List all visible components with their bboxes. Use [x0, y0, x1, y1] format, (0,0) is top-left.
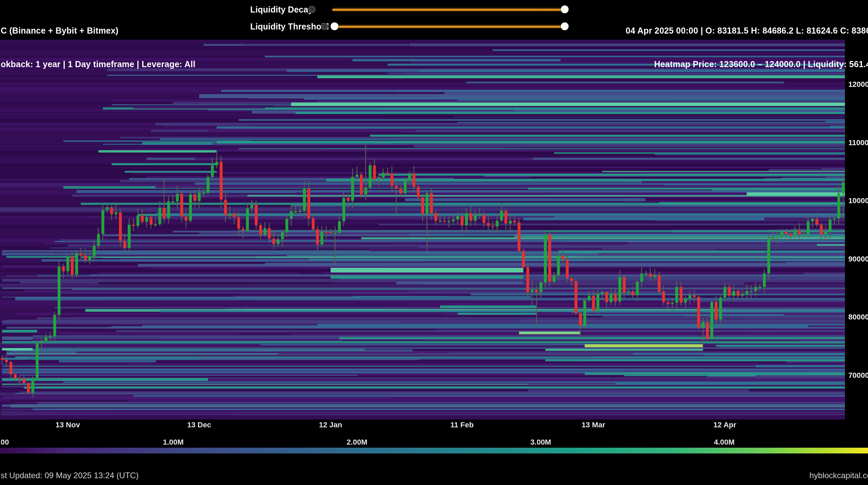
last-updated-label: st Updated: 09 May 2025 13:24 (UTC): [1, 471, 139, 480]
liquidity-threshold-label: Liquidity Threshold: [250, 22, 329, 32]
colorbar-tick-label: 2.00M: [347, 438, 367, 447]
price-axis-label: 120000: [848, 80, 868, 89]
lookback-settings-label: okback: 1 year | 1 Day timeframe | Lever…: [1, 59, 195, 70]
liquidity-decay-label: Liquidity Decay: [250, 5, 313, 15]
chart-info-header: C (Binance + Bybit + Bitmex) okback: 1 y…: [1, 3, 195, 81]
liquidity-decay-info-icon[interactable]: ?: [308, 6, 316, 13]
liquidity-threshold-max-handle[interactable]: [561, 22, 569, 30]
date-axis-label: 13 Dec: [187, 421, 211, 429]
colorbar-tick-label: 3.00M: [530, 438, 551, 447]
liquidity-colorbar: [0, 448, 868, 453]
date-axis-label: 13 Mar: [581, 421, 605, 429]
ohlc-line: 04 Apr 2025 00:00 | O: 83181.5 H: 84686.…: [626, 25, 868, 36]
date-axis-label: 11 Feb: [450, 421, 473, 429]
liquidation-heatmap-app: { "header": { "left_line1": "C (Binance …: [0, 0, 868, 485]
price-axis-label: 70000: [848, 371, 868, 380]
date-axis-label: 12 Apr: [713, 421, 736, 429]
colorbar-tick-label: 0.00: [0, 438, 9, 447]
price-axis-label: 80000: [848, 313, 868, 322]
liquidity-decay-handle[interactable]: [561, 5, 569, 13]
ohlc-readout: 04 Apr 2025 00:00 | O: 83181.5 H: 84686.…: [626, 3, 868, 81]
brand-watermark: hyblockcapital.co: [809, 471, 868, 480]
date-axis-label: 13 Nov: [56, 421, 80, 429]
heatmap-price-line: Heatmap Price: 123600.0 – 124000.0 | Liq…: [626, 59, 868, 70]
liquidity-threshold-slider[interactable]: [332, 25, 565, 28]
colorbar-tick-label: 1.00M: [163, 438, 183, 447]
date-axis-label: 12 Jan: [319, 421, 342, 429]
price-axis-label: 90000: [848, 255, 868, 264]
colorbar-tick-label: 4.00M: [714, 438, 734, 447]
symbol-exchanges-label: C (Binance + Bybit + Bitmex): [1, 25, 195, 36]
price-axis-label: 100000: [848, 196, 868, 205]
price-axis-label: 110000: [848, 138, 868, 147]
liquidity-threshold-info-icon[interactable]: ?: [321, 23, 328, 30]
liquidity-decay-slider[interactable]: [332, 8, 565, 11]
